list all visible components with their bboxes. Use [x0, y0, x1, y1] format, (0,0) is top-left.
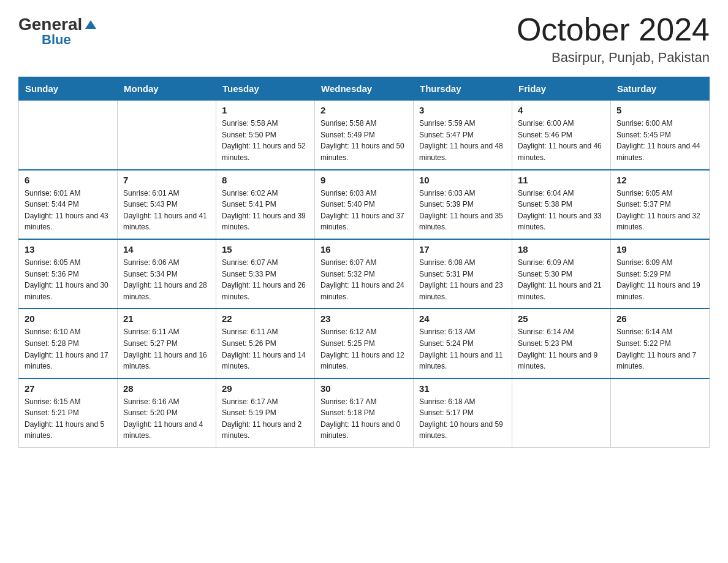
day-number: 24 [419, 313, 506, 324]
logo-general-text: General [18, 16, 82, 33]
day-number: 9 [320, 175, 408, 185]
calendar-day-cell: 31Sunrise: 6:18 AMSunset: 5:17 PMDayligh… [414, 378, 512, 448]
calendar-day-cell [19, 101, 118, 170]
day-info: Sunrise: 6:11 AMSunset: 5:26 PMDaylight:… [222, 326, 309, 372]
calendar-day-cell: 11Sunrise: 6:04 AMSunset: 5:38 PMDayligh… [512, 170, 611, 239]
day-number: 15 [222, 244, 309, 255]
day-info: Sunrise: 6:03 AMSunset: 5:39 PMDaylight:… [419, 188, 506, 233]
day-info-line: Sunrise: 6:11 AM [222, 326, 309, 338]
day-info-line: Daylight: 10 hours and 59 minutes. [419, 419, 506, 442]
day-info-line: Daylight: 11 hours and 37 minutes. [320, 210, 408, 233]
day-info-line: Sunset: 5:36 PM [25, 269, 112, 280]
day-info: Sunrise: 6:18 AMSunset: 5:17 PMDaylight:… [419, 396, 506, 442]
day-info-line: Sunset: 5:20 PM [123, 407, 210, 419]
day-info: Sunrise: 6:09 AMSunset: 5:30 PMDaylight:… [518, 257, 605, 302]
calendar-day-cell [611, 378, 710, 448]
day-info-line: Sunset: 5:41 PM [222, 199, 309, 210]
svg-marker-0 [85, 20, 96, 29]
day-number: 6 [25, 175, 112, 185]
page-header: General Blue October 2024 Basirpur, Punj… [18, 12, 710, 66]
day-info-line: Sunset: 5:50 PM [222, 129, 309, 141]
day-info-line: Sunrise: 6:04 AM [518, 188, 605, 199]
day-info-line: Daylight: 11 hours and 39 minutes. [222, 210, 309, 233]
day-info-line: Daylight: 11 hours and 26 minutes. [222, 280, 309, 302]
day-number: 1 [222, 105, 309, 115]
calendar-day-cell: 12Sunrise: 6:05 AMSunset: 5:37 PMDayligh… [611, 170, 710, 239]
calendar-day-cell: 8Sunrise: 6:02 AMSunset: 5:41 PMDaylight… [216, 170, 315, 239]
title-block: October 2024 Basirpur, Punjab, Pakistan [517, 12, 710, 66]
calendar-day-cell: 19Sunrise: 6:09 AMSunset: 5:29 PMDayligh… [611, 239, 710, 308]
day-info-line: Daylight: 11 hours and 30 minutes. [25, 280, 112, 302]
day-number: 22 [222, 313, 309, 324]
day-info-line: Daylight: 11 hours and 9 minutes. [518, 350, 605, 372]
day-info-line: Sunrise: 6:00 AM [616, 118, 703, 129]
day-number: 2 [320, 105, 408, 115]
day-info-line: Sunset: 5:26 PM [222, 338, 309, 350]
day-info-line: Daylight: 11 hours and 44 minutes. [616, 140, 703, 163]
day-number: 14 [123, 244, 210, 255]
calendar-day-cell: 2Sunrise: 5:58 AMSunset: 5:49 PMDaylight… [315, 101, 414, 170]
calendar-day-cell: 9Sunrise: 6:03 AMSunset: 5:40 PMDaylight… [315, 170, 414, 239]
calendar-day-cell: 23Sunrise: 6:12 AMSunset: 5:25 PMDayligh… [315, 308, 414, 378]
calendar-day-cell [512, 378, 611, 448]
day-info-line: Sunrise: 6:01 AM [123, 188, 210, 199]
day-info-line: Sunrise: 6:01 AM [25, 188, 112, 199]
month-title: October 2024 [517, 12, 710, 47]
day-info-line: Sunrise: 6:14 AM [616, 326, 703, 338]
day-info-line: Sunset: 5:39 PM [419, 199, 506, 210]
day-number: 28 [123, 383, 210, 394]
day-info-line: Daylight: 11 hours and 48 minutes. [419, 140, 506, 163]
calendar-day-cell: 21Sunrise: 6:11 AMSunset: 5:27 PMDayligh… [118, 308, 216, 378]
day-info-line: Sunrise: 6:17 AM [320, 396, 408, 408]
logo-blue-text: Blue [42, 32, 71, 48]
day-info-line: Sunset: 5:22 PM [616, 338, 703, 350]
day-info-line: Daylight: 11 hours and 35 minutes. [419, 210, 506, 233]
day-number: 11 [518, 175, 605, 185]
day-number: 12 [616, 175, 703, 185]
calendar-day-cell: 17Sunrise: 6:08 AMSunset: 5:31 PMDayligh… [414, 239, 512, 308]
day-number: 4 [518, 105, 605, 115]
calendar-day-cell: 25Sunrise: 6:14 AMSunset: 5:23 PMDayligh… [512, 308, 611, 378]
day-info-line: Sunrise: 6:14 AM [518, 326, 605, 338]
calendar-day-cell: 26Sunrise: 6:14 AMSunset: 5:22 PMDayligh… [611, 308, 710, 378]
day-info-line: Sunset: 5:19 PM [222, 407, 309, 419]
calendar-day-cell: 10Sunrise: 6:03 AMSunset: 5:39 PMDayligh… [414, 170, 512, 239]
day-info-line: Sunrise: 6:08 AM [419, 257, 506, 269]
day-info-line: Sunrise: 6:09 AM [518, 257, 605, 269]
day-info-line: Sunrise: 5:58 AM [320, 118, 408, 129]
calendar-day-cell: 13Sunrise: 6:05 AMSunset: 5:36 PMDayligh… [19, 239, 118, 308]
day-info: Sunrise: 6:09 AMSunset: 5:29 PMDaylight:… [616, 257, 703, 302]
day-info-line: Daylight: 11 hours and 0 minutes. [320, 419, 408, 442]
calendar-day-cell: 1Sunrise: 5:58 AMSunset: 5:50 PMDaylight… [216, 101, 315, 170]
calendar-day-cell: 24Sunrise: 6:13 AMSunset: 5:24 PMDayligh… [414, 308, 512, 378]
day-info-line: Sunrise: 5:59 AM [419, 118, 506, 129]
day-info-line: Sunrise: 6:00 AM [518, 118, 605, 129]
day-info-line: Daylight: 11 hours and 24 minutes. [320, 280, 408, 302]
day-info-line: Sunset: 5:17 PM [419, 407, 506, 419]
day-info-line: Daylight: 11 hours and 41 minutes. [123, 210, 210, 233]
calendar-day-cell: 22Sunrise: 6:11 AMSunset: 5:26 PMDayligh… [216, 308, 315, 378]
calendar-weekday-header: Thursday [414, 77, 512, 101]
calendar-week-row: 13Sunrise: 6:05 AMSunset: 5:36 PMDayligh… [19, 239, 710, 308]
day-number: 30 [320, 383, 408, 394]
day-info-line: Sunrise: 6:18 AM [419, 396, 506, 408]
day-info: Sunrise: 6:05 AMSunset: 5:36 PMDaylight:… [25, 257, 112, 302]
day-number: 19 [616, 244, 703, 255]
day-info-line: Daylight: 11 hours and 43 minutes. [25, 210, 112, 233]
day-info: Sunrise: 6:11 AMSunset: 5:27 PMDaylight:… [123, 326, 210, 372]
day-info: Sunrise: 6:00 AMSunset: 5:45 PMDaylight:… [616, 118, 703, 163]
day-info-line: Sunrise: 6:16 AM [123, 396, 210, 408]
calendar-weekday-header: Monday [118, 77, 216, 101]
calendar-day-cell: 28Sunrise: 6:16 AMSunset: 5:20 PMDayligh… [118, 378, 216, 448]
day-info-line: Sunset: 5:43 PM [123, 199, 210, 210]
day-info: Sunrise: 6:12 AMSunset: 5:25 PMDaylight:… [320, 326, 408, 372]
day-info-line: Sunrise: 6:15 AM [25, 396, 112, 408]
day-info-line: Sunset: 5:49 PM [320, 129, 408, 141]
day-info: Sunrise: 6:06 AMSunset: 5:34 PMDaylight:… [123, 257, 210, 302]
day-info-line: Sunrise: 6:05 AM [25, 257, 112, 269]
day-info-line: Sunset: 5:25 PM [320, 338, 408, 350]
calendar-day-cell: 14Sunrise: 6:06 AMSunset: 5:34 PMDayligh… [118, 239, 216, 308]
day-info: Sunrise: 6:15 AMSunset: 5:21 PMDaylight:… [25, 396, 112, 442]
calendar-table: SundayMondayTuesdayWednesdayThursdayFrid… [18, 77, 710, 448]
day-info: Sunrise: 6:07 AMSunset: 5:32 PMDaylight:… [320, 257, 408, 302]
